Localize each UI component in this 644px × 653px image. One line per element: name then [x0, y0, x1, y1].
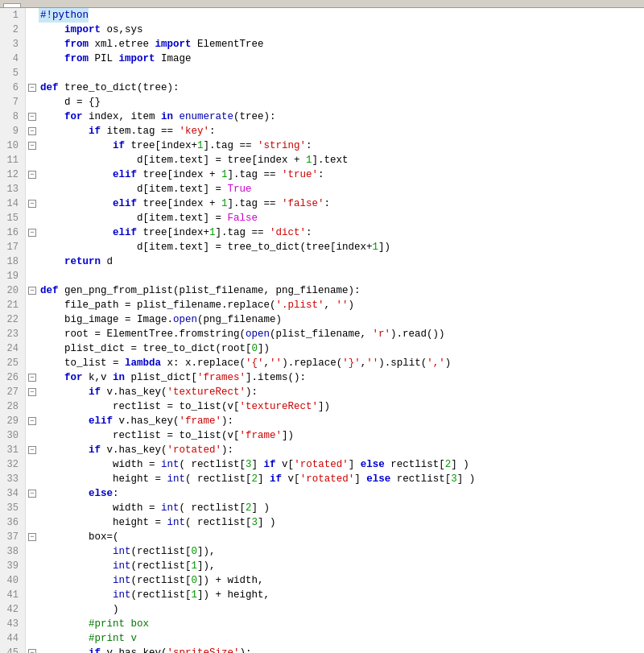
fold-minus-icon: − — [28, 374, 36, 382]
code-text: height = int( rectlist[2] if v['rotated'… — [39, 472, 475, 486]
code-text: for k,v in plist_dict['frames'].items(): — [39, 370, 306, 385]
code-text: elif tree[index + 1].tag == 'false': — [39, 196, 330, 211]
code-text: box=( — [39, 530, 119, 544]
code-text: #print v — [39, 631, 137, 646]
code-line: to_list = lambda x: x.replace('{','').re… — [26, 356, 644, 370]
code-text: d = {} — [39, 95, 101, 110]
code-text: d[item.text] = False — [39, 211, 258, 225]
fold-button[interactable]: − — [26, 490, 39, 498]
fold-minus-icon: − — [28, 200, 36, 208]
code-text: rectlist = to_list(v['frame']) — [39, 428, 294, 443]
line-number: 35 — [3, 501, 22, 515]
fold-button[interactable]: − — [26, 127, 39, 135]
line-number: 20 — [3, 283, 22, 298]
fold-minus-icon: − — [28, 649, 36, 653]
line-number: 38 — [3, 544, 22, 559]
line-number: 4 — [3, 52, 22, 66]
line-number: 34 — [3, 486, 22, 501]
line-number: 33 — [3, 472, 22, 486]
line-number: 6 — [3, 81, 22, 95]
code-line: #print box — [26, 617, 644, 631]
code-line: − elif tree[index+1].tag == 'dict': — [26, 225, 644, 240]
line-number: 17 — [3, 240, 22, 254]
fold-button[interactable]: − — [26, 287, 39, 295]
fold-minus-icon: − — [28, 446, 36, 454]
fold-minus-icon: − — [28, 287, 36, 295]
code-text: return d — [39, 254, 113, 269]
fold-minus-icon: − — [28, 171, 36, 179]
fold-button[interactable]: − — [26, 446, 39, 454]
line-number: 40 — [3, 573, 22, 588]
fold-minus-icon: − — [28, 417, 36, 425]
code-line: width = int( rectlist[3] if v['rotated']… — [26, 457, 644, 472]
code-text: d[item.text] = tree_to_dict(tree[index+1… — [39, 240, 390, 254]
fold-minus-icon: − — [28, 388, 36, 396]
code-line: − else: — [26, 486, 644, 501]
fold-button[interactable]: − — [26, 84, 39, 92]
line-number: 7 — [3, 95, 22, 110]
fold-minus-icon: − — [28, 84, 36, 92]
code-line: d[item.text] = False — [26, 211, 644, 225]
code-text: #print box — [39, 617, 149, 631]
code-text: import os,sys — [39, 23, 143, 37]
code-text: elif v.has_key('frame'): — [39, 414, 233, 428]
line-numbers: 1234567891011121314151617181920212223242… — [0, 8, 26, 653]
code-line: big_image = Image.open(png_filename) — [26, 312, 644, 327]
code-line: − elif tree[index + 1].tag == 'false': — [26, 196, 644, 211]
code-text: from xml.etree import ElementTree — [39, 37, 264, 52]
code-line: height = int( rectlist[2] if v['rotated'… — [26, 472, 644, 486]
line-number: 31 — [3, 443, 22, 457]
code-text: #!python — [39, 8, 89, 23]
code-text: d[item.text] = True — [39, 182, 252, 196]
line-number: 21 — [3, 298, 22, 312]
code-line: d[item.text] = True — [26, 182, 644, 196]
line-number: 11 — [3, 153, 22, 167]
fold-button[interactable]: − — [26, 200, 39, 208]
code-text: int(rectlist[1]), — [39, 559, 216, 573]
line-number: 27 — [3, 385, 22, 399]
code-line: d[item.text] = tree[index + 1].text — [26, 153, 644, 167]
fold-button[interactable]: − — [26, 388, 39, 396]
code-line: from xml.etree import ElementTree — [26, 37, 644, 52]
fold-button[interactable]: − — [26, 113, 39, 121]
line-number: 18 — [3, 254, 22, 269]
fold-minus-icon: − — [28, 533, 36, 541]
code-text: int(rectlist[0]), — [39, 544, 216, 559]
line-number: 25 — [3, 356, 22, 370]
line-number: 45 — [3, 646, 22, 653]
code-line: int(rectlist[1]), — [26, 559, 644, 573]
line-number: 29 — [3, 414, 22, 428]
code-line: ) — [26, 602, 644, 617]
code-text: if v.has_key('spriteSize'): — [39, 646, 252, 653]
fold-button[interactable]: − — [26, 417, 39, 425]
fold-button[interactable]: − — [26, 374, 39, 382]
fold-minus-icon: − — [28, 142, 36, 150]
line-number: 5 — [3, 66, 22, 81]
code-area: 1234567891011121314151617181920212223242… — [0, 8, 644, 653]
fold-minus-icon: − — [28, 127, 36, 135]
code-text: plist_dict = tree_to_dict(root[0]) — [39, 341, 270, 356]
line-number: 39 — [3, 559, 22, 573]
line-number: 8 — [3, 110, 22, 124]
fold-button[interactable]: − — [26, 171, 39, 179]
line-number: 1 — [3, 8, 22, 23]
code-line: height = int( rectlist[3] ) — [26, 515, 644, 530]
code-text: elif tree[index+1].tag == 'dict': — [39, 225, 312, 240]
code-text: to_list = lambda x: x.replace('{','').re… — [39, 356, 451, 370]
line-number: 19 — [3, 269, 22, 283]
code-line: − if tree[index+1].tag == 'string': — [26, 138, 644, 153]
code-line: rectlist = to_list(v['textureRect']) — [26, 399, 644, 414]
fold-button[interactable]: − — [26, 533, 39, 541]
line-number: 36 — [3, 515, 22, 530]
line-number: 23 — [3, 327, 22, 341]
fold-button[interactable]: − — [26, 649, 39, 653]
code-line — [26, 66, 644, 81]
tab-unpack-plist[interactable] — [3, 3, 21, 7]
code-text: height = int( rectlist[3] ) — [39, 515, 276, 530]
editor-window: 1234567891011121314151617181920212223242… — [0, 0, 644, 653]
code-text: width = int( rectlist[3] if v['rotated']… — [39, 457, 469, 472]
code-text: big_image = Image.open(png_filename) — [39, 312, 282, 327]
line-number: 24 — [3, 341, 22, 356]
fold-button[interactable]: − — [26, 229, 39, 237]
fold-button[interactable]: − — [26, 142, 39, 150]
